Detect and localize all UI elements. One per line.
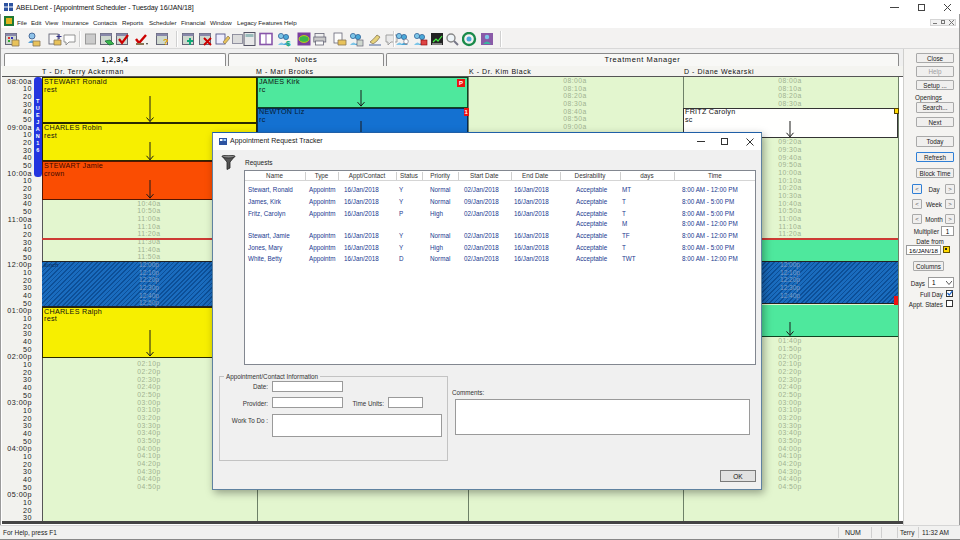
svg-text:$: $ bbox=[286, 39, 291, 47]
svg-text:?: ? bbox=[163, 37, 169, 47]
